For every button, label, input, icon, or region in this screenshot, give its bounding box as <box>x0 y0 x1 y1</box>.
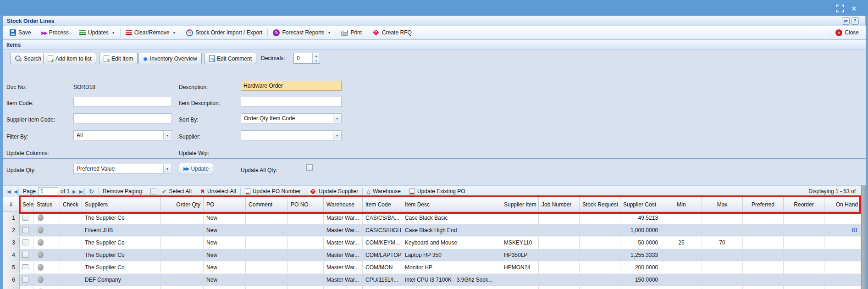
last-page-button[interactable]: ▶| <box>79 189 83 194</box>
refresh-grid-button[interactable]: ↻ <box>86 188 97 195</box>
update-all-qty-checkbox[interactable] <box>306 164 313 171</box>
update-qty-select[interactable]: Preferred Value ▼ <box>73 164 172 174</box>
column-header-num[interactable]: # <box>3 197 20 211</box>
column-header-max[interactable]: Max <box>702 197 743 211</box>
cell-item_desc: Case Black Basic <box>402 212 501 224</box>
table-row[interactable]: 2Filvent JHBNewMaster War...CAS/CS/HIGHC… <box>3 224 861 237</box>
next-page-button[interactable]: ▶ <box>72 189 76 194</box>
column-header-check[interactable]: Check <box>60 197 82 211</box>
stock-order-import-export-button[interactable]: Stock Order Import / Export <box>182 27 266 38</box>
table-row[interactable]: 6DEF CompanyNewMaster War...CPU/1151/I..… <box>3 274 861 286</box>
cell-check <box>60 274 82 286</box>
search-button[interactable]: Search <box>10 53 46 64</box>
warehouse-button[interactable]: ⌂ Warehouse <box>364 188 404 195</box>
column-header-order_qty[interactable]: Order Qty <box>161 197 204 211</box>
window-expand-icon[interactable] <box>836 5 844 12</box>
update-supplier-button[interactable]: Update Supplier <box>307 188 361 195</box>
row-select-checkbox[interactable] <box>22 227 28 233</box>
cell-num: 1 <box>3 212 20 224</box>
unselect-all-button[interactable]: ✖ Unselect All <box>198 188 239 195</box>
edit-comment-button[interactable]: Edit Comment <box>205 53 256 64</box>
table-row[interactable]: 4The Supplier CoNewMaster War...COM/LAPT… <box>3 249 861 261</box>
first-page-button[interactable]: |◀ <box>6 189 10 194</box>
previous-page-button[interactable]: ◀ <box>14 189 17 194</box>
cell-num: 7 <box>3 286 20 289</box>
update-button[interactable]: ▶▶ Update <box>179 163 213 174</box>
column-header-comment[interactable]: Comment <box>246 197 288 211</box>
update-existing-po-button[interactable]: Update Existing PO <box>407 188 468 195</box>
column-header-item_code[interactable]: Item Code <box>363 197 402 211</box>
spinner-down-icon[interactable]: ▼ <box>313 58 320 63</box>
cell-max <box>702 249 743 261</box>
column-header-po[interactable]: PO <box>204 197 246 211</box>
refresh-button[interactable]: ⇄ <box>842 17 850 25</box>
clear-remove-menu-button[interactable]: Clear/Remove ▼ <box>122 27 180 38</box>
row-select-checkbox[interactable] <box>22 239 28 245</box>
description-label: Description: <box>179 84 208 90</box>
help-button[interactable]: ? <box>851 17 859 25</box>
table-row[interactable]: 3The Supplier CoNewMaster War...COM/KEYM… <box>3 237 861 249</box>
updates-menu-button[interactable]: Updates ▼ <box>75 27 119 38</box>
create-rfq-button[interactable]: Create RFQ <box>368 27 416 38</box>
column-header-stock_request[interactable]: Stock Request <box>580 197 620 211</box>
chevron-down-icon[interactable]: ▼ <box>163 165 171 173</box>
table-row[interactable]: 7RectronNewMaster War...CPU/1151/I...Int… <box>3 286 861 289</box>
edit-item-button[interactable]: Edit Item <box>99 53 138 64</box>
column-header-supplier_cost[interactable]: Supplier Cost <box>620 197 661 211</box>
supplier-item-code-field[interactable] <box>73 113 172 123</box>
page-number-input[interactable] <box>38 187 58 195</box>
column-header-reorder[interactable]: Reorder <box>784 197 824 211</box>
column-header-warehouse[interactable]: Warehouse <box>324 197 363 211</box>
sort-by-select[interactable]: Order Qty Item Code ▼ <box>241 113 342 123</box>
cell-job_number <box>539 261 580 273</box>
remove-paging-checkbox[interactable] <box>150 189 156 195</box>
column-header-select[interactable]: Selec <box>20 197 34 211</box>
table-row[interactable]: 1The Supplier CoNewMaster War...CAS/CS/B… <box>3 212 861 224</box>
row-select-checkbox[interactable] <box>22 264 28 270</box>
remove-paging-label: Remove Paging: <box>103 188 144 195</box>
process-button[interactable]: ▶▶ Process <box>37 27 73 38</box>
item-code-field[interactable] <box>73 97 172 107</box>
spinner-up-icon[interactable]: ▲ <box>313 53 320 58</box>
add-item-to-list-button[interactable]: Add item to list <box>43 53 96 64</box>
cell-job_number <box>539 237 580 249</box>
column-header-suppliers[interactable]: Suppliers <box>82 197 161 211</box>
cell-warehouse: Master War... <box>324 224 363 236</box>
column-header-on_hand[interactable]: On Hand <box>824 197 861 211</box>
row-select-checkbox[interactable] <box>22 215 28 221</box>
description-field[interactable] <box>241 81 342 91</box>
item-description-field[interactable] <box>241 97 342 107</box>
update-po-number-button[interactable]: Update PO Number <box>242 188 304 195</box>
cell-supplier_cost: 200.0000 <box>620 261 661 273</box>
filter-by-select[interactable]: All ▼ <box>73 130 172 140</box>
chevron-down-icon[interactable]: ▼ <box>333 114 341 122</box>
cell-on_hand <box>824 261 861 273</box>
chevron-down-icon[interactable]: ▼ <box>333 131 341 139</box>
column-header-po_no[interactable]: PO NO <box>288 197 324 211</box>
cell-select <box>20 224 34 236</box>
column-header-supplier_item[interactable]: Supplier Item C <box>501 197 539 211</box>
supplier-select[interactable]: ▼ <box>241 130 342 140</box>
paging-separator <box>240 188 241 195</box>
decimals-stepper[interactable]: 0 ▲ ▼ <box>293 53 320 64</box>
chevron-down-icon[interactable]: ▼ <box>163 131 171 139</box>
column-header-min[interactable]: Min <box>661 197 702 211</box>
cell-order_qty <box>161 224 204 236</box>
window-close-icon[interactable]: ✕ <box>850 5 858 12</box>
cell-item_code: CAS/CS/BA... <box>363 212 402 224</box>
close-button[interactable]: ✕ Close <box>831 27 863 38</box>
column-header-preferred[interactable]: Preferred <box>743 197 784 211</box>
print-button[interactable]: Print <box>337 27 366 38</box>
column-header-job_number[interactable]: Job Number <box>539 197 580 211</box>
row-select-checkbox[interactable] <box>22 277 28 283</box>
select-all-button[interactable]: ✔ Select All <box>159 188 194 195</box>
inventory-overview-button[interactable]: ◆ Inventory Overview <box>138 53 202 64</box>
select-all-label: Select All <box>169 188 192 195</box>
column-header-status[interactable]: Status <box>34 197 60 211</box>
table-row[interactable]: 5The Supplier CoNewMaster War...COM/MONM… <box>3 261 861 274</box>
vertical-scrollbar[interactable] <box>861 185 866 289</box>
column-header-item_desc[interactable]: Item Desc <box>402 197 501 211</box>
forecast-reports-menu-button[interactable]: ↻ Forecast Reports ▼ <box>269 27 335 38</box>
row-select-checkbox[interactable] <box>22 252 28 258</box>
save-button[interactable]: Save <box>6 27 35 38</box>
